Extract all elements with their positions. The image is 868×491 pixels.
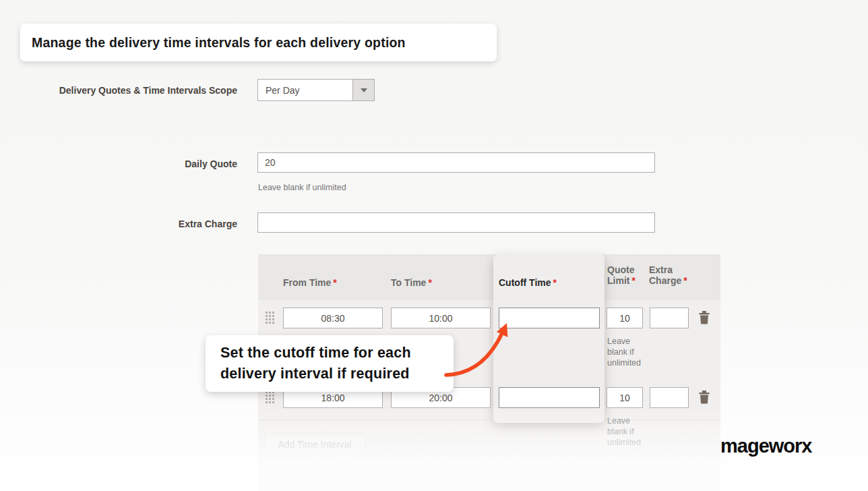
scope-selected-value: Per Day	[258, 80, 352, 100]
callout-arrow-icon	[438, 309, 532, 384]
title-banner-text: Manage the delivery time intervals for e…	[32, 35, 406, 51]
callout-line2: delivery interval if required	[220, 366, 410, 382]
daily-quote-input[interactable]	[257, 152, 655, 173]
row1-quote-limit-note: Leave blank if unlimited	[607, 336, 652, 368]
header-quote-limit: Quote Limit*	[607, 264, 636, 286]
callout-line1: Set the cutoff time for each	[220, 345, 411, 361]
row1-extra-charge-input[interactable]	[650, 308, 689, 328]
add-time-interval-button[interactable]: Add Time Interval	[264, 434, 365, 455]
required-asterisk: *	[426, 277, 431, 288]
drag-handle-icon[interactable]	[266, 312, 274, 324]
daily-quote-note: Leave blank if unlimited	[258, 183, 346, 192]
required-asterisk: *	[681, 275, 687, 286]
row2-extra-charge-input[interactable]	[650, 387, 689, 408]
row1-from-time-input[interactable]	[283, 308, 383, 328]
row2-quote-limit-note: Leave blank if unlimited	[607, 415, 652, 448]
required-asterisk: *	[551, 277, 557, 288]
drag-handle-icon[interactable]	[266, 391, 274, 403]
row2-quote-limit-input[interactable]	[607, 387, 643, 408]
title-banner: Manage the delivery time intervals for e…	[20, 24, 497, 61]
required-asterisk: *	[629, 275, 635, 286]
extra-charge-input[interactable]	[257, 212, 655, 233]
mageworx-logo: mageworx	[720, 435, 811, 457]
scope-label: Delivery Quotes & Time Intervals Scope	[0, 85, 237, 96]
header-cutoff-time: Cutoff Time*	[499, 277, 557, 288]
trash-icon[interactable]	[698, 389, 710, 404]
cutoff-callout: Set the cutoff time for each delivery in…	[206, 335, 454, 392]
required-asterisk: *	[331, 277, 336, 288]
header-to-time: To Time*	[391, 277, 432, 288]
select-arrow-button[interactable]	[352, 80, 374, 100]
row2-cutoff-time-input[interactable]	[499, 387, 600, 408]
chevron-down-icon	[361, 88, 367, 92]
daily-quote-label: Daily Quote	[0, 158, 237, 169]
extra-charge-label: Extra Charge	[0, 219, 237, 229]
header-from-time: From Time*	[283, 277, 337, 288]
header-extra-charge: Extra Charge*	[649, 264, 687, 286]
row1-quote-limit-input[interactable]	[607, 308, 643, 328]
trash-icon[interactable]	[698, 310, 710, 324]
scope-select[interactable]: Per Day	[257, 79, 375, 101]
